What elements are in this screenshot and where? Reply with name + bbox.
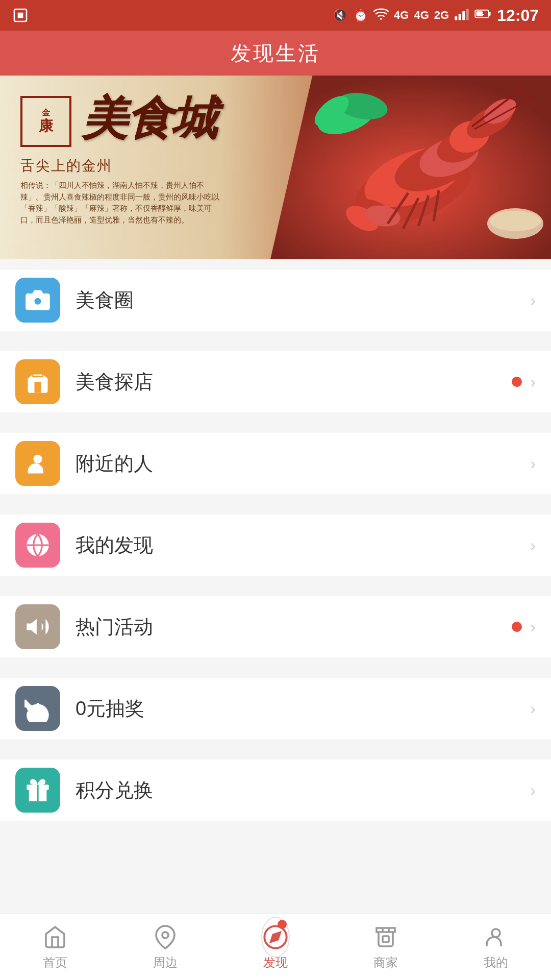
- menu-section-5: 热门活动 ›: [0, 596, 551, 657]
- svg-point-47: [492, 929, 500, 937]
- menu-section-2: 美食探店 ›: [0, 351, 551, 412]
- menu-section-7: 积分兑换 ›: [0, 760, 551, 821]
- svg-rect-4: [459, 14, 461, 20]
- gift-icon: [24, 777, 51, 803]
- camera-icon: [24, 287, 51, 313]
- separator-6: [0, 739, 551, 749]
- food-explore-label: 美食探店: [76, 369, 512, 395]
- separator-4: [0, 576, 551, 586]
- food-circle-icon-box: [15, 278, 60, 323]
- svg-rect-5: [462, 11, 465, 20]
- menu-item-lottery[interactable]: 0元抽奖 ›: [0, 678, 551, 739]
- hot-activity-chevron: ›: [530, 618, 536, 636]
- separator-5: [0, 657, 551, 668]
- food-circle-chevron: ›: [530, 291, 536, 310]
- status-bar: 🔇 ⏰ 4G 4G 2G: [0, 0, 551, 31]
- nav-item-discover[interactable]: 发现: [220, 914, 331, 980]
- nearby-people-label: 附近的人: [76, 451, 530, 477]
- points-exchange-chevron: ›: [530, 781, 536, 800]
- network-4g-2: 4G: [414, 9, 429, 22]
- banner-image: [270, 76, 551, 259]
- nav-label-merchant: 商家: [373, 954, 398, 971]
- food-explore-badge: [512, 377, 522, 387]
- status-time: 12:07: [497, 6, 539, 25]
- lottery-chevron: ›: [530, 699, 536, 718]
- my-discover-icon-box: [15, 523, 60, 568]
- merchant-icon: [372, 924, 399, 950]
- menu-item-food-explore[interactable]: 美食探店 ›: [0, 351, 551, 412]
- points-exchange-label: 积分兑换: [76, 777, 530, 803]
- nav-item-nearby[interactable]: 周边: [110, 914, 220, 980]
- svg-marker-38: [27, 619, 37, 634]
- banner: 金 康 美食城 舌尖上的金州 相传说：「四川人不怕辣，湖南人怕不辣，贵州人怕不辣…: [0, 76, 551, 259]
- svg-point-35: [33, 455, 42, 463]
- discover-icon-wrapper: [262, 924, 289, 950]
- separator-3: [0, 494, 551, 504]
- home-icon: [42, 924, 68, 950]
- nav-item-mine[interactable]: 我的: [441, 914, 551, 980]
- svg-point-41: [162, 932, 168, 938]
- status-bar-left: [12, 7, 29, 23]
- hot-activity-badge: [512, 622, 522, 632]
- lottery-icon-box: [15, 686, 60, 731]
- lottery-label: 0元抽奖: [76, 696, 530, 722]
- app-header: 发现生活: [0, 31, 551, 76]
- menu-item-nearby-people[interactable]: 附近的人 ›: [0, 433, 551, 494]
- nav-item-merchant[interactable]: 商家: [331, 914, 441, 980]
- menu-section-4: 我的发现 ›: [0, 514, 551, 576]
- svg-rect-6: [466, 9, 469, 20]
- person-icon: [24, 450, 51, 477]
- globe-icon: [24, 532, 51, 558]
- menu-item-hot-activity[interactable]: 热门活动 ›: [0, 596, 551, 657]
- page-title: 发现生活: [231, 39, 320, 67]
- banner-stamp: 金 康: [20, 96, 71, 147]
- svg-point-32: [490, 211, 541, 231]
- nearby-people-icon-box: [15, 441, 60, 486]
- svg-marker-43: [271, 932, 280, 941]
- points-exchange-icon-box: [15, 768, 60, 813]
- mine-icon: [483, 924, 509, 950]
- banner-subtitle: 舌尖上的金州: [20, 156, 224, 176]
- my-discover-chevron: ›: [530, 536, 536, 555]
- nav-label-nearby: 周边: [153, 954, 178, 971]
- menu-item-my-discover[interactable]: 我的发现 ›: [0, 514, 551, 576]
- menu-item-points-exchange[interactable]: 积分兑换 ›: [0, 760, 551, 821]
- discover-compass-icon: [261, 917, 290, 958]
- content-area: 金 康 美食城 舌尖上的金州 相传说：「四川人不怕辣，湖南人怕不辣，贵州人怕不辣…: [0, 76, 551, 897]
- svg-rect-8: [489, 12, 491, 15]
- banner-description: 相传说：「四川人不怕辣，湖南人怕不辣，贵州人怕不辣」。贵州人喜食辣椒的程度非同一…: [20, 180, 224, 226]
- menu-list: 美食圈 › 美食探店 ›: [0, 270, 551, 821]
- signal-icon: [454, 7, 469, 24]
- mute-icon: 🔇: [333, 8, 348, 22]
- nav-label-home: 首页: [43, 954, 67, 971]
- network-2g: 2G: [434, 9, 449, 22]
- svg-rect-34: [32, 371, 43, 377]
- wifi-icon: [373, 7, 389, 24]
- bottom-navigation: 首页 周边 发现: [0, 914, 551, 980]
- food-explore-chevron: ›: [530, 373, 536, 391]
- banner-title: 美食城: [82, 96, 216, 142]
- lobster-illustration: [270, 76, 551, 259]
- nav-item-home[interactable]: 首页: [0, 914, 110, 980]
- menu-section-6: 0元抽奖 ›: [0, 678, 551, 739]
- banner-left-content: 金 康 美食城 舌尖上的金州 相传说：「四川人不怕辣，湖南人怕不辣，贵州人怕不辣…: [20, 96, 224, 226]
- megaphone-icon: [24, 614, 51, 640]
- network-4g-1: 4G: [394, 9, 409, 22]
- shop-icon: [24, 369, 51, 395]
- bottom-padding: [0, 821, 551, 831]
- history-icon: [24, 695, 51, 722]
- screenshot-icon: [12, 7, 29, 23]
- hot-activity-label: 热门活动: [76, 614, 512, 640]
- nav-label-mine: 我的: [484, 954, 508, 971]
- menu-section-3: 附近的人 ›: [0, 433, 551, 494]
- discover-nav-badge: [278, 920, 287, 929]
- hot-activity-icon-box: [15, 604, 60, 649]
- svg-rect-3: [455, 16, 457, 20]
- nearby-icon: [152, 924, 179, 950]
- battery-icon: [474, 7, 492, 24]
- svg-rect-1: [18, 13, 23, 18]
- alarm-icon: ⏰: [353, 8, 368, 22]
- my-discover-label: 我的发现: [76, 532, 530, 558]
- menu-section-1: 美食圈 ›: [0, 270, 551, 331]
- menu-item-food-circle[interactable]: 美食圈 ›: [0, 270, 551, 331]
